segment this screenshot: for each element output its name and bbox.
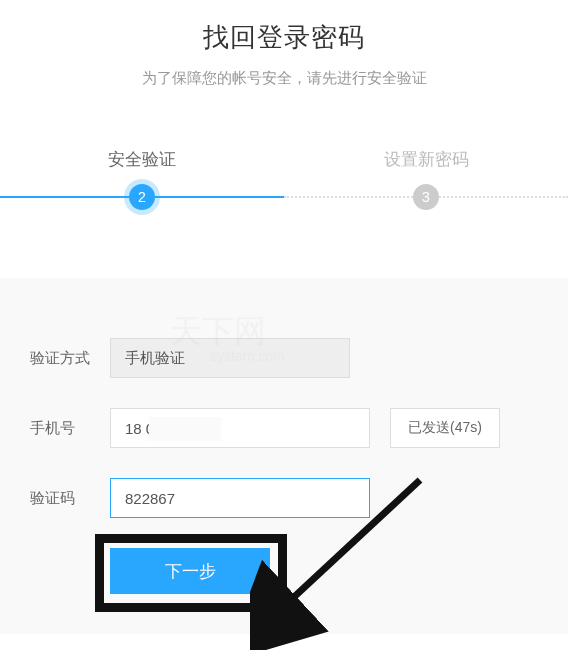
step-badge-verify: 2 bbox=[129, 184, 155, 210]
code-label: 验证码 bbox=[30, 489, 110, 508]
phone-value: 18 02 bbox=[110, 408, 370, 448]
step-label-newpassword: 设置新密码 bbox=[284, 148, 568, 171]
code-input[interactable] bbox=[110, 478, 370, 518]
resend-button[interactable]: 已发送(47s) bbox=[390, 408, 500, 448]
verify-method-value: 手机验证 bbox=[110, 338, 350, 378]
form-panel: 验证方式 手机验证 手机号 18 02 已发送(47s) 验证码 下一步 bbox=[0, 278, 568, 634]
step-progress: 安全验证 2 设置新密码 3 bbox=[0, 148, 568, 218]
verify-method-label: 验证方式 bbox=[30, 349, 110, 368]
page-title: 找回登录密码 bbox=[0, 20, 568, 55]
step-badge-newpassword: 3 bbox=[413, 184, 439, 210]
phone-mask bbox=[149, 417, 221, 441]
next-button[interactable]: 下一步 bbox=[110, 548, 270, 594]
phone-label: 手机号 bbox=[30, 419, 110, 438]
page-subtitle: 为了保障您的帐号安全，请先进行安全验证 bbox=[0, 69, 568, 88]
step-label-verify: 安全验证 bbox=[0, 148, 284, 171]
